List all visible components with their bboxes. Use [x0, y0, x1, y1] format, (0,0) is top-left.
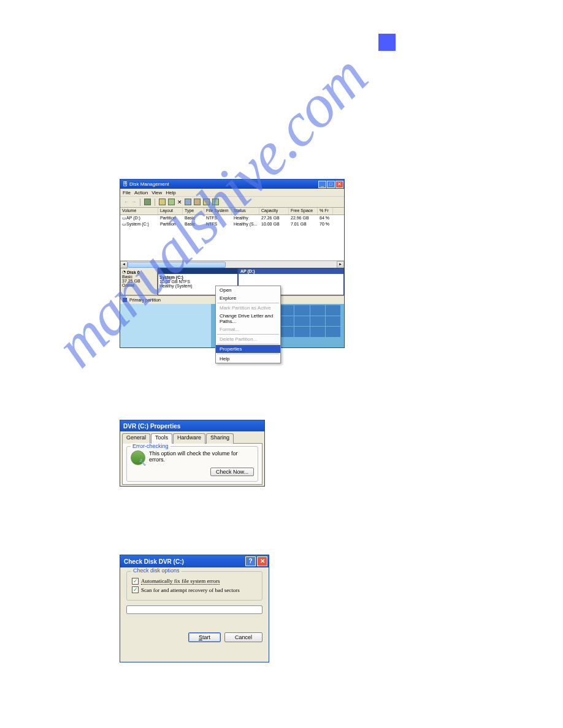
- scrollbar-track[interactable]: [128, 261, 337, 268]
- check-disk-options-group: Check disk options ✓ Automatically fix f…: [126, 571, 262, 601]
- window-title: DVR (C:) Properties: [123, 423, 180, 430]
- cell: Partition: [158, 222, 183, 227]
- disk-type: Basic: [122, 275, 156, 279]
- menu-file[interactable]: File: [123, 190, 131, 195]
- ctx-mark-active: Mark Partition as Active: [216, 304, 280, 312]
- delete-icon[interactable]: ✕: [177, 199, 182, 205]
- option-autofix[interactable]: ✓ Automatically fix file system errors: [132, 578, 257, 585]
- col-filesystem[interactable]: File System: [204, 208, 232, 214]
- window-title: Check Disk DVR (C:): [124, 558, 184, 565]
- cell: Healthy: [232, 216, 259, 221]
- tabstrip: General Tools Hardware Sharing: [122, 433, 262, 444]
- tool-icon-2[interactable]: [194, 199, 201, 205]
- cell: AP (D:): [126, 216, 140, 220]
- toolbar-icon[interactable]: [144, 199, 151, 205]
- group-legend: Error-checking: [131, 443, 170, 449]
- menubar: File Action View Help: [120, 189, 344, 197]
- ctx-delete: Delete Partition...: [216, 335, 280, 343]
- col-percent[interactable]: % Fr: [318, 208, 333, 214]
- disk-state: Online: [122, 283, 156, 287]
- ctx-explore[interactable]: Explore: [216, 294, 280, 302]
- cell: NTFS: [204, 216, 232, 221]
- checkbox-icon[interactable]: ✓: [132, 578, 139, 585]
- start-button[interactable]: Start: [188, 632, 221, 642]
- menu-help[interactable]: Help: [166, 190, 175, 195]
- ctx-help[interactable]: Help: [216, 355, 280, 363]
- scroll-right-button[interactable]: ►: [337, 261, 344, 268]
- col-status[interactable]: Status: [232, 208, 259, 214]
- close-button[interactable]: ✕: [335, 181, 343, 188]
- cancel-button[interactable]: Cancel: [224, 632, 262, 642]
- volume-list[interactable]: ▭AP (D:) Partition Basic NTFS Healthy 27…: [120, 215, 344, 260]
- partition-size: 10.00 GB NTFS: [159, 279, 190, 284]
- scroll-left-button[interactable]: ◄: [120, 261, 128, 268]
- legend-swatch: [123, 298, 127, 302]
- error-check-desc: This option will check the volume for er…: [149, 450, 254, 463]
- tab-sharing[interactable]: Sharing: [206, 433, 234, 444]
- col-capacity[interactable]: Capacity: [259, 208, 289, 214]
- properties-icon[interactable]: [168, 199, 175, 205]
- disk-name: Disk 0: [127, 270, 140, 275]
- help-icon[interactable]: [203, 199, 210, 205]
- tool-icon[interactable]: [185, 199, 191, 205]
- cell: NTFS: [204, 222, 232, 227]
- back-icon[interactable]: ←: [124, 199, 129, 205]
- titlebar[interactable]: Check Disk DVR (C:) ? ✕: [120, 555, 269, 567]
- col-type[interactable]: Type: [183, 208, 204, 214]
- tab-panel: Error-checking This option will check th…: [122, 443, 262, 485]
- error-checking-group: Error-checking This option will check th…: [126, 446, 258, 482]
- properties-dialog: DVR (C:) Properties General Tools Hardwa…: [120, 420, 265, 487]
- col-layout[interactable]: Layout: [158, 208, 183, 214]
- help-button[interactable]: ?: [245, 556, 256, 566]
- maximize-button[interactable]: □: [327, 181, 335, 188]
- disk-size: 37.25 GB: [122, 279, 156, 283]
- window-icon: 🗄: [123, 181, 128, 187]
- horizontal-scrollbar[interactable]: ◄ ►: [120, 260, 344, 268]
- btn-rest: tart: [202, 634, 210, 640]
- tab-general[interactable]: General: [122, 433, 150, 444]
- ctx-change-letter[interactable]: Change Drive Letter and Paths...: [216, 312, 280, 325]
- cell: 22.96 GB: [289, 216, 318, 221]
- volume-row[interactable]: ▭AP (D:) Partition Basic NTFS Healthy 27…: [120, 215, 344, 221]
- ctx-properties[interactable]: Properties: [216, 345, 280, 353]
- close-button[interactable]: ✕: [257, 556, 267, 566]
- cell: System (C:): [126, 222, 149, 226]
- partition-status: Healthy (System): [159, 284, 193, 288]
- cell: 10.00 GB: [259, 222, 289, 227]
- ctx-open[interactable]: Open: [216, 286, 280, 294]
- error-check-icon: [131, 450, 145, 465]
- volume-row[interactable]: ▭System (C:) Partition Basic NTFS Health…: [120, 221, 344, 227]
- checkbox-icon[interactable]: ✓: [132, 586, 139, 593]
- cell: 27.26 GB: [259, 216, 289, 221]
- context-menu: Open Explore Mark Partition as Active Ch…: [215, 286, 281, 363]
- cell: Basic: [183, 222, 204, 227]
- fwd-icon[interactable]: →: [131, 199, 136, 205]
- col-volume[interactable]: Volume: [120, 208, 158, 214]
- minimize-button[interactable]: _: [318, 181, 326, 188]
- progress-bar: [126, 605, 262, 614]
- titlebar[interactable]: DVR (C:) Properties: [120, 420, 264, 431]
- tab-tools[interactable]: Tools: [151, 433, 172, 444]
- menu-action[interactable]: Action: [134, 190, 148, 195]
- disk-info[interactable]: ◔Disk 0 Basic 37.25 GB Online: [120, 268, 158, 295]
- drive-icon: ▭: [122, 222, 126, 226]
- check-now-button[interactable]: Check Now...: [210, 468, 254, 476]
- cell: 84 %: [318, 216, 333, 221]
- titlebar[interactable]: 🗄 Disk Management _ □ ✕: [120, 180, 344, 189]
- option-label: Scan for and attempt recovery of bad sec…: [141, 587, 240, 593]
- scrollbar-thumb[interactable]: [128, 262, 226, 268]
- option-scan-recover[interactable]: ✓ Scan for and attempt recovery of bad s…: [132, 586, 257, 593]
- window-title: Disk Management: [129, 181, 169, 187]
- ctx-format: Format...: [216, 325, 280, 333]
- col-freespace[interactable]: Free Space: [289, 208, 318, 214]
- tab-hardware[interactable]: Hardware: [173, 433, 205, 444]
- disk-icon: ◔: [122, 270, 126, 275]
- cell: Partition: [158, 216, 183, 221]
- refresh-icon[interactable]: [159, 199, 166, 205]
- drive-icon: ▭: [122, 216, 126, 220]
- menu-view[interactable]: View: [151, 190, 162, 195]
- partition-title: AP (D:): [240, 269, 255, 273]
- group-legend: Check disk options: [131, 567, 182, 574]
- cell: 7.01 GB: [289, 222, 318, 227]
- tool-icon-3[interactable]: [212, 199, 219, 205]
